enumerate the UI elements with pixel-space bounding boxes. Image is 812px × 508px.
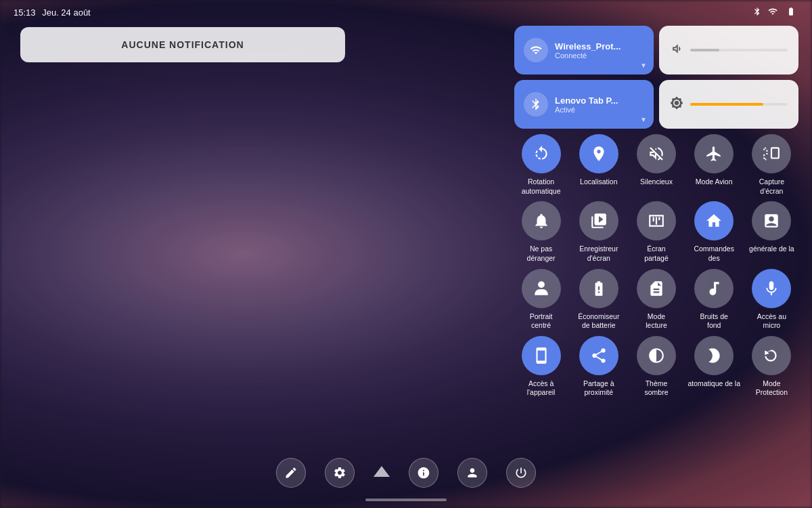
toggle-sombre[interactable]: Thèmesombre [629, 336, 683, 398]
toggle-row-2: Ne pasdéranger Enregistreurd'écran Écran… [514, 201, 798, 263]
sombre-label: Thèmesombre [644, 379, 668, 398]
commandes-label: Commandesdes [694, 245, 734, 263]
wifi-status: Connecté [555, 51, 644, 60]
status-bar: 15:13 Jeu. 24 août [0, 0, 812, 24]
wifi-info: Wireless_Prot... Connecté [555, 41, 644, 60]
bluetooth-status-icon [752, 7, 762, 18]
notification-area: AUCUNE NOTIFICATION [20, 27, 345, 62]
brightness-tile[interactable] [659, 80, 798, 129]
toggle-protection[interactable]: ModeProtection [745, 336, 798, 398]
toggle-appareil[interactable]: Accès àl'appareil [514, 336, 568, 398]
settings-button[interactable] [325, 458, 355, 488]
ecranpartage-icon-circle [637, 201, 676, 240]
toggle-ecranpartage[interactable]: Écranpartagé [629, 201, 683, 263]
no-notification-label: AUCUNE NOTIFICATION [20, 27, 345, 62]
toggle-bruits[interactable]: Bruits defond [687, 269, 741, 331]
wifi-tile[interactable]: Wireless_Prot... Connecté ▼ [514, 26, 654, 75]
status-time-date: 15:13 Jeu. 24 août [14, 7, 91, 18]
toggle-capture[interactable]: Captured'écran [745, 134, 798, 196]
economiseur-icon-circle [579, 269, 618, 308]
protection-icon-circle [752, 336, 791, 375]
localisation-icon-circle [579, 134, 618, 173]
protection-label: ModeProtection [756, 379, 788, 398]
economiseur-label: Économiseurde batterie [578, 312, 619, 331]
status-icons [752, 7, 798, 18]
toggle-commandes[interactable]: Commandesdes [687, 201, 741, 263]
toggle-row-1: Rotationautomatique Localisation Silenci… [514, 134, 798, 196]
toggle-generale[interactable]: générale de la [745, 201, 798, 263]
bruits-label: Bruits defond [700, 312, 727, 331]
wifi-expand-icon: ▼ [640, 62, 647, 69]
brightness-fill [690, 103, 763, 106]
silencieux-label: Silencieux [640, 177, 673, 187]
rotation-icon-circle [522, 134, 561, 173]
power-button[interactable] [506, 458, 536, 488]
toggle-portrait[interactable]: Portraitcentré [514, 269, 568, 331]
toggle-automatique[interactable]: atomatique de la [687, 336, 741, 398]
appareil-label: Accès àl'appareil [527, 379, 556, 398]
toggle-economiseur[interactable]: Économiseurde batterie [572, 269, 625, 331]
proximite-icon-circle [579, 336, 618, 375]
toggle-rotation[interactable]: Rotationautomatique [514, 134, 568, 196]
ecranpartage-label: Écranpartagé [644, 245, 669, 263]
portrait-label: Portraitcentré [530, 312, 553, 331]
edit-button[interactable] [276, 458, 306, 488]
toggle-localisation[interactable]: Localisation [572, 134, 625, 196]
capture-label: Captured'écran [759, 177, 784, 196]
generale-label: générale de la [749, 245, 794, 254]
toggle-row-4: Accès àl'appareil Partage àproximité Thè… [514, 336, 798, 398]
toggle-enregistreur[interactable]: Enregistreurd'écran [572, 201, 625, 263]
volume-icon [670, 42, 683, 59]
avion-icon-circle [694, 134, 734, 173]
bluetooth-icon [524, 92, 548, 117]
silencieux-icon-circle [637, 134, 676, 173]
account-button[interactable] [457, 458, 487, 488]
toggle-nepasdéranger[interactable]: Ne pasdéranger [514, 201, 568, 263]
automatique-label: atomatique de la [687, 379, 740, 389]
appareil-icon-circle [522, 336, 561, 375]
avion-label: Mode Avion [696, 177, 733, 187]
brightness-slider[interactable] [690, 103, 788, 106]
volume-tile[interactable] [659, 26, 798, 75]
nepasdéranger-icon-circle [522, 201, 561, 240]
bluetooth-name: Lenovo Tab P... [555, 96, 644, 106]
second-controls: Lenovo Tab P... Activé ▼ [514, 80, 798, 129]
toggle-avion[interactable]: Mode Avion [687, 134, 741, 196]
volume-slider[interactable] [690, 49, 788, 51]
wifi-icon [524, 38, 548, 62]
micro-label: Accès aumicro [757, 312, 786, 331]
portrait-icon-circle [522, 269, 561, 308]
capture-icon-circle [752, 134, 791, 173]
info-button[interactable] [409, 458, 438, 488]
sombre-icon-circle [637, 336, 676, 375]
bluetooth-expand-icon: ▼ [640, 116, 647, 123]
generale-icon-circle [752, 201, 791, 240]
control-panel: Wireless_Prot... Connecté ▼ Lenovo Tab P… [514, 26, 798, 403]
toggle-silencieux[interactable]: Silencieux [629, 134, 683, 196]
volume-fill [690, 49, 719, 51]
bluetooth-info: Lenovo Tab P... Activé [555, 96, 644, 114]
lecture-label: Modelecture [646, 312, 667, 331]
bruits-icon-circle [694, 269, 734, 308]
top-controls: Wireless_Prot... Connecté ▼ [514, 26, 798, 75]
automatique-icon-circle [694, 336, 734, 375]
proximite-label: Partage àproximité [583, 379, 614, 398]
enregistreur-label: Enregistreurd'écran [579, 245, 618, 263]
toggle-row-3: Portraitcentré Économiseurde batterie Mo… [514, 269, 798, 331]
enregistreur-icon-circle [579, 201, 618, 240]
bluetooth-tile[interactable]: Lenovo Tab P... Activé ▼ [514, 80, 654, 129]
commandes-icon-circle [694, 201, 734, 240]
nepasdéranger-label: Ne pasdéranger [527, 245, 556, 263]
wifi-status-icon [767, 7, 778, 18]
rotation-label: Rotationautomatique [522, 177, 561, 196]
status-time: 15:13 [14, 7, 36, 18]
lecture-icon-circle [637, 269, 676, 308]
localisation-label: Localisation [580, 177, 617, 187]
toggle-micro[interactable]: Accès aumicro [745, 269, 798, 331]
toggle-lecture[interactable]: Modelecture [629, 269, 683, 331]
chevron-up-icon[interactable] [374, 466, 390, 480]
toggle-proximite[interactable]: Partage àproximité [572, 336, 625, 398]
brightness-icon [670, 96, 683, 113]
micro-icon-circle [752, 269, 791, 308]
home-bar [365, 499, 447, 501]
